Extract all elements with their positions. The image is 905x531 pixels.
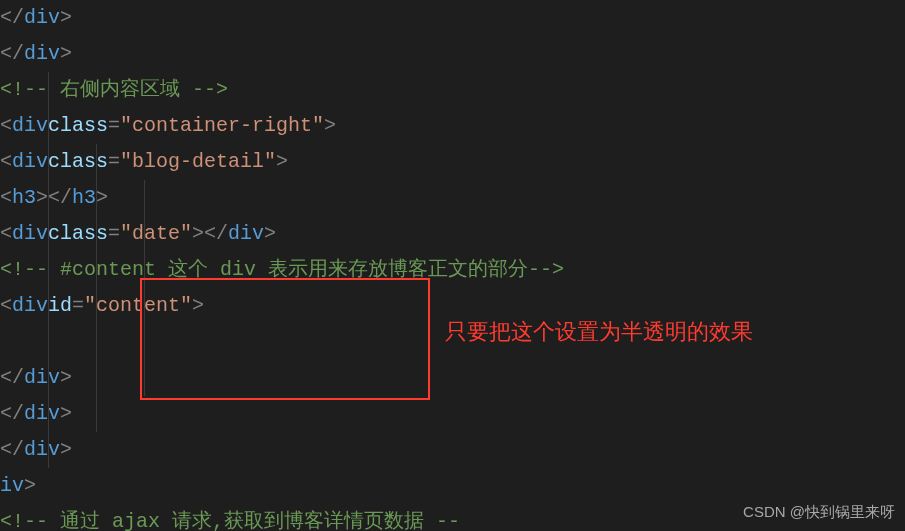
code-line: <h3></h3> <box>0 180 905 216</box>
annotation-text: 只要把这个设置为半透明的效果 <box>445 312 753 352</box>
code-block: </div> </div> <!-- 右侧内容区域 --> <div class… <box>0 0 905 531</box>
code-line: </div> <box>0 396 905 432</box>
code-line: </div> <box>0 0 905 36</box>
code-line-comment: <!-- 右侧内容区域 --> <box>0 72 905 108</box>
code-line-comment: <!-- #content 这个 div 表示用来存放博客正文的部分--> <box>0 252 905 288</box>
watermark: CSDN @快到锅里来呀 <box>743 498 895 525</box>
code-line: <div class="date"></div> <box>0 216 905 252</box>
code-line: <div class="blog-detail"> <box>0 144 905 180</box>
code-line: </div> <box>0 360 905 396</box>
code-line: <div class="container-right"> <box>0 108 905 144</box>
code-line: </div> <box>0 432 905 468</box>
code-line: </div> <box>0 36 905 72</box>
